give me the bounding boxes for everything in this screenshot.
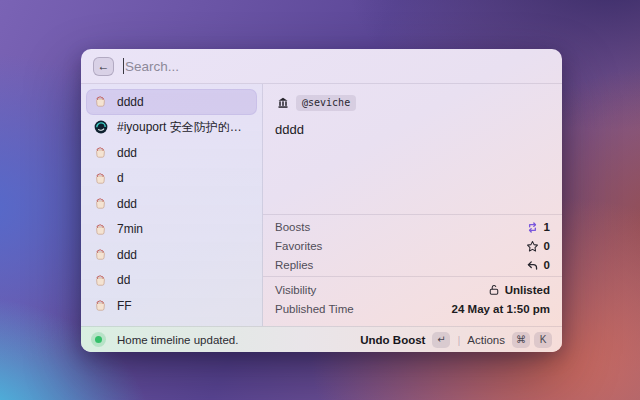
detail-row-label: Replies — [275, 259, 313, 271]
detail-row-value-text: 0 — [544, 259, 550, 271]
detail-row-label: Boosts — [275, 221, 310, 233]
custom-emoji-icon — [93, 94, 108, 109]
list-item[interactable]: #iyouport 安全防护的基本思路。… — [86, 115, 257, 141]
detail-row: Boosts1 — [275, 218, 550, 237]
search-header: ← — [81, 49, 562, 84]
list-item[interactable]: FF — [86, 293, 257, 319]
return-key-icon: ↵ — [432, 332, 450, 348]
list-item-label: #iyouport 安全防护的基本思路。… — [117, 119, 250, 136]
list-item-label: FF — [117, 299, 132, 313]
detail-row: VisibilityUnlisted — [275, 280, 550, 299]
status-dot-icon — [95, 336, 102, 343]
detail-panel: @seviche dddd Boosts1Favorites0Replies0 … — [263, 84, 562, 326]
desktop-wallpaper: { "colors": { "boost_accent": "#7b58dc",… — [0, 0, 640, 400]
unlock-icon — [488, 284, 500, 296]
list-item-label: ddd — [117, 248, 137, 262]
detail-row: Favorites0 — [275, 237, 550, 256]
detail-row-value: 0 — [526, 259, 550, 272]
main-area: dddd#iyouport 安全防护的基本思路。…ddddddd7mindddd… — [81, 84, 562, 326]
status-text: dddd — [275, 122, 550, 137]
detail-row-value-text: 1 — [544, 221, 550, 233]
undo-boost-button[interactable]: Undo Boost — [360, 334, 425, 346]
custom-emoji-icon — [93, 222, 108, 237]
detail-row-value: 24 May at 1:50 pm — [452, 303, 550, 315]
detail-row-label: Published Time — [275, 303, 354, 315]
status-content: @seviche dddd — [263, 84, 562, 214]
detail-row-label: Favorites — [275, 240, 322, 252]
custom-emoji-icon — [93, 247, 108, 262]
action-keycaps: ⌘K — [512, 332, 552, 348]
footer-separator: | — [457, 334, 460, 346]
footer-actions: Undo Boost ↵ | Actions ⌘K — [360, 332, 552, 348]
actions-button[interactable]: Actions — [467, 334, 505, 346]
arrow-left-icon: ← — [98, 60, 110, 72]
results-list: dddd#iyouport 安全防护的基本思路。…ddddddd7mindddd… — [81, 84, 263, 326]
search-field-wrap — [123, 58, 550, 74]
list-item[interactable]: d — [86, 166, 257, 192]
detail-row: Published Time24 May at 1:50 pm — [275, 299, 550, 318]
detail-row-value-text: 0 — [544, 240, 550, 252]
star-icon — [526, 240, 539, 253]
avatar-icon — [93, 120, 108, 135]
back-button[interactable]: ← — [93, 57, 114, 76]
detail-row-value: 0 — [526, 240, 550, 253]
detail-row-value: 1 — [526, 221, 550, 234]
reply-icon — [526, 259, 539, 272]
custom-emoji-icon — [93, 171, 108, 186]
list-item-label: ddd — [117, 146, 137, 160]
custom-emoji-icon — [93, 145, 108, 160]
classical-building-icon — [275, 96, 290, 111]
search-palette-window: ← dddd#iyouport 安全防护的基本思路。…ddddddd7mindd… — [81, 49, 562, 352]
list-item-label: dddd — [117, 95, 144, 109]
list-item-label: dd — [117, 273, 130, 287]
list-item-label: d — [117, 171, 124, 185]
boost-icon — [526, 221, 539, 234]
footer-status-text: Home timeline updated. — [117, 334, 238, 346]
detail-row-value-text: 24 May at 1:50 pm — [452, 303, 550, 315]
detail-row-value: Unlisted — [488, 284, 550, 296]
list-item[interactable]: dddd — [86, 89, 257, 115]
author-handle-badge[interactable]: @seviche — [296, 95, 356, 111]
keycap-icon: ⌘ — [512, 332, 530, 348]
search-input[interactable] — [125, 59, 550, 74]
footer-bar: Home timeline updated. Undo Boost ↵ | Ac… — [81, 326, 562, 352]
detail-row: Replies0 — [275, 256, 550, 275]
list-item[interactable]: dd — [86, 268, 257, 294]
custom-emoji-icon — [93, 273, 108, 288]
list-item-label: 7min — [117, 222, 143, 236]
list-item[interactable]: ddd — [86, 242, 257, 268]
custom-emoji-icon — [93, 196, 108, 211]
detail-row-value-text: Unlisted — [505, 284, 550, 296]
list-item[interactable]: ddd — [86, 191, 257, 217]
author-row: @seviche — [275, 95, 550, 111]
custom-emoji-icon — [93, 298, 108, 313]
text-caret — [123, 58, 124, 74]
list-item-label: ddd — [117, 197, 137, 211]
detail-row-label: Visibility — [275, 284, 316, 296]
meta-section: VisibilityUnlistedPublished Time24 May a… — [263, 276, 562, 326]
keycap-icon: K — [534, 332, 552, 348]
list-item[interactable]: ddd — [86, 140, 257, 166]
stats-section: Boosts1Favorites0Replies0 — [263, 214, 562, 276]
list-item[interactable]: 7min — [86, 217, 257, 243]
